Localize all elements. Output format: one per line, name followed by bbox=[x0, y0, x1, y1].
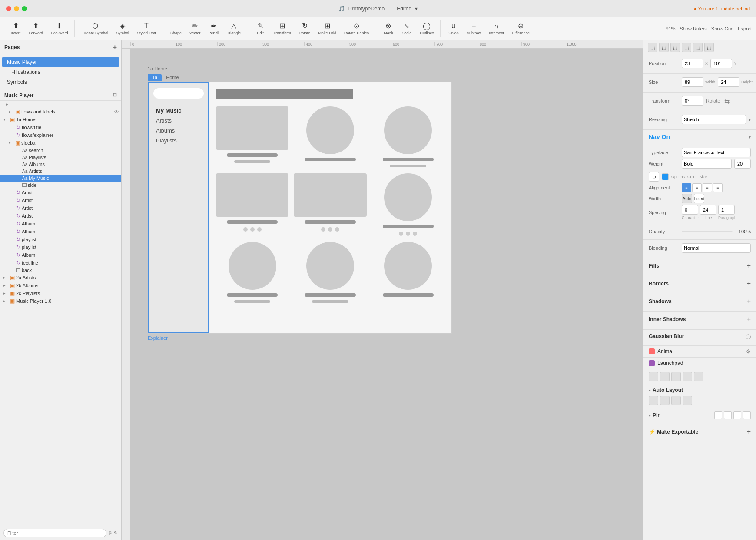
show-rulers-button[interactable]: Show Rulers bbox=[680, 26, 706, 31]
add-border-button[interactable]: + bbox=[747, 280, 751, 288]
copy-icon[interactable]: ⎘ bbox=[109, 530, 112, 536]
auto-layout-toggle[interactable]: ▸ Auto Layout bbox=[649, 387, 751, 393]
sidebar-nav-my-music[interactable]: My Music bbox=[153, 106, 204, 116]
plugin-btn-5[interactable] bbox=[694, 372, 703, 381]
auto-layout-btn-1[interactable] bbox=[649, 396, 658, 405]
resizing-select[interactable]: Stretch Pin to Corner Resize Object Floa… bbox=[682, 115, 746, 124]
layer-separator[interactable]: ▸ — -- bbox=[0, 101, 121, 108]
sidebar-nav-albums[interactable]: Albums bbox=[153, 126, 204, 136]
align-left-text-button[interactable]: ≡ bbox=[682, 183, 691, 192]
layer-music-player-10[interactable]: ▸ ▣ Music Player 1.0 bbox=[0, 297, 121, 305]
outlines-button[interactable]: ◯ Outlines bbox=[416, 20, 438, 36]
backward-button[interactable]: ⬇ Backward bbox=[47, 20, 72, 36]
opacity-slider[interactable] bbox=[682, 231, 733, 232]
forward-button[interactable]: ⬆ Forward bbox=[25, 20, 46, 36]
auto-layout-btn-2[interactable] bbox=[660, 396, 670, 405]
scale-button[interactable]: ⤡ Scale bbox=[398, 20, 415, 36]
layer-playlist-1[interactable]: ↻ playlist bbox=[0, 235, 121, 243]
page-item-symbols[interactable]: Symbols bbox=[2, 77, 119, 87]
filter-input[interactable] bbox=[3, 529, 106, 537]
blending-select[interactable]: Normal Multiply Screen bbox=[682, 243, 751, 253]
pin-toggle[interactable]: ▸ Pin bbox=[649, 412, 661, 418]
rotate-input[interactable] bbox=[682, 96, 703, 106]
sidebar-nav-playlists[interactable]: Playlists bbox=[153, 136, 204, 146]
visibility-toggle[interactable]: 👁 bbox=[114, 109, 121, 114]
layer-album-1[interactable]: ↻ Album bbox=[0, 220, 121, 228]
typeface-select[interactable]: San Francisco Text bbox=[682, 148, 751, 157]
layer-1a-home[interactable]: ▾ ▣ 1a Home bbox=[0, 116, 121, 123]
pin-btn-1[interactable] bbox=[714, 411, 722, 419]
layer-2a-artists[interactable]: ▸ ▣ 2a Artists bbox=[0, 274, 121, 282]
layer-side[interactable]: side bbox=[0, 182, 121, 189]
make-grid-button[interactable]: ⊞ Make Grid bbox=[315, 20, 340, 36]
element-options[interactable]: ▾ bbox=[749, 135, 751, 139]
pin-btn-3[interactable] bbox=[733, 411, 741, 419]
page-item-illustrations[interactable]: -Illustrations bbox=[2, 67, 119, 77]
plugin-btn-3[interactable] bbox=[671, 372, 681, 381]
flip-button[interactable]: ⇆ bbox=[724, 97, 730, 105]
plugin-btn-4[interactable] bbox=[683, 372, 692, 381]
align-center-v-button[interactable]: ⬚ bbox=[693, 43, 703, 52]
layer-my-music[interactable]: Aa My Music bbox=[0, 175, 121, 182]
layer-artist-4[interactable]: ↻ Artist bbox=[0, 212, 121, 220]
layer-playlist-2[interactable]: ↻ playlist bbox=[0, 243, 121, 251]
character-spacing-input[interactable] bbox=[682, 205, 698, 215]
align-center-h-button[interactable]: ⬚ bbox=[659, 43, 669, 52]
show-grid-button[interactable]: Show Grid bbox=[711, 26, 733, 31]
layer-artist-3[interactable]: ↻ Artist bbox=[0, 204, 121, 212]
rotate-button[interactable]: ↻ Rotate bbox=[295, 20, 314, 36]
layer-playlists[interactable]: Aa Playlists bbox=[0, 154, 121, 161]
difference-button[interactable]: ⊕ Difference bbox=[508, 20, 533, 36]
layer-artist-1[interactable]: ↻ Artist bbox=[0, 189, 121, 196]
layers-view-toggle[interactable]: ⊞ bbox=[113, 92, 117, 98]
font-size-input[interactable] bbox=[734, 159, 751, 169]
union-button[interactable]: ∪ Union bbox=[445, 20, 462, 36]
align-justify-text-button[interactable]: ≡ bbox=[713, 183, 723, 192]
add-page-button[interactable]: + bbox=[113, 43, 117, 51]
align-center-text-button[interactable]: ≡ bbox=[692, 183, 702, 192]
subtract-button[interactable]: − Subtract bbox=[463, 20, 485, 36]
layer-sidebar[interactable]: ▾ ▣ sidebar bbox=[0, 139, 121, 147]
plugin-btn-1[interactable] bbox=[649, 372, 658, 381]
height-input[interactable] bbox=[718, 77, 739, 87]
edit-button[interactable]: ✎ Edit bbox=[252, 20, 269, 36]
pin-btn-4[interactable] bbox=[743, 411, 751, 419]
layer-artist-2[interactable]: ↻ Artist bbox=[0, 196, 121, 204]
mask-button[interactable]: ⊗ Mask bbox=[380, 20, 397, 36]
layer-back[interactable]: back bbox=[0, 267, 121, 274]
align-top-button[interactable]: ⬚ bbox=[682, 43, 691, 52]
paragraph-spacing-input[interactable] bbox=[718, 205, 735, 215]
layer-flows-explainer[interactable]: ↻ flows/explainer bbox=[0, 131, 121, 139]
auto-layout-btn-4[interactable] bbox=[683, 396, 692, 405]
layer-album-2[interactable]: ↻ Album bbox=[0, 228, 121, 235]
sidebar-search[interactable] bbox=[153, 88, 204, 99]
plugin-btn-2[interactable] bbox=[660, 372, 670, 381]
tab-home[interactable]: Home bbox=[162, 74, 183, 81]
auto-width-button[interactable]: Auto bbox=[682, 194, 692, 203]
align-bottom-button[interactable]: ⬚ bbox=[704, 43, 714, 52]
layer-albums[interactable]: Aa Albums bbox=[0, 161, 121, 168]
align-right-text-button[interactable]: ≡ bbox=[703, 183, 712, 192]
anima-settings-button[interactable]: ⚙ bbox=[746, 348, 751, 354]
triangle-button[interactable]: △ Triangle bbox=[223, 20, 244, 36]
layer-album-3[interactable]: ↻ Album bbox=[0, 251, 121, 259]
canvas-scroll[interactable]: 1a Home 1a Home My Music Artists Album bbox=[130, 49, 643, 540]
intersect-button[interactable]: ∩ Intersect bbox=[486, 20, 508, 36]
edit-filter-icon[interactable]: ✎ bbox=[114, 530, 118, 536]
layer-search[interactable]: Aa search bbox=[0, 147, 121, 154]
zoom-level[interactable]: 91% bbox=[666, 26, 675, 31]
add-inner-shadow-button[interactable]: + bbox=[747, 315, 751, 323]
maximize-button[interactable] bbox=[22, 6, 27, 11]
pencil-button[interactable]: ✒ Pencil bbox=[205, 20, 222, 36]
line-spacing-input[interactable] bbox=[700, 205, 716, 215]
position-y-input[interactable] bbox=[710, 59, 732, 68]
gaussian-blur-toggle[interactable]: ◯ bbox=[746, 334, 751, 339]
symbol-button[interactable]: ◈ Symbol bbox=[113, 20, 133, 36]
fixed-width-button[interactable]: Fixed bbox=[694, 194, 704, 203]
styled-text-button[interactable]: T Styled Text bbox=[133, 20, 159, 36]
text-color-swatch[interactable] bbox=[662, 173, 669, 180]
insert-button[interactable]: ⬆ Insert bbox=[7, 20, 24, 36]
align-right-button[interactable]: ⬚ bbox=[670, 43, 680, 52]
sidebar-nav-artists[interactable]: Artists bbox=[153, 116, 204, 126]
export-button[interactable]: Export bbox=[738, 26, 752, 31]
